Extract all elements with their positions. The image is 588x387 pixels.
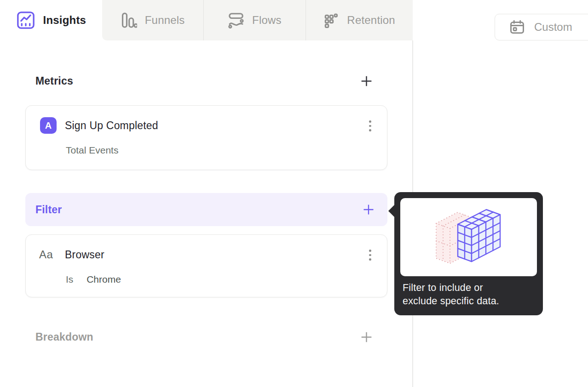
tab-label: Retention bbox=[347, 14, 395, 27]
metrics-heading: Metrics bbox=[35, 75, 73, 87]
filter-section-header[interactable]: Filter bbox=[25, 193, 387, 226]
custom-date-range-button[interactable]: Custom bbox=[495, 14, 588, 40]
metrics-section-header: Metrics bbox=[35, 72, 374, 90]
metric-card[interactable]: A Sign Up Completed Total Events bbox=[25, 105, 387, 170]
filter-help-tooltip: Filter to include or exclude specific da… bbox=[394, 192, 543, 315]
tab-funnels[interactable]: Funnels bbox=[102, 0, 203, 40]
kebab-menu-icon[interactable] bbox=[367, 248, 373, 262]
breakdown-section-header: Breakdown bbox=[35, 326, 374, 347]
line-chart-icon bbox=[16, 11, 35, 30]
metric-series-badge: A bbox=[40, 117, 57, 134]
dot-grid-icon bbox=[323, 12, 339, 28]
isometric-cube-grid-illustration bbox=[400, 198, 537, 276]
add-breakdown-plus-icon[interactable] bbox=[359, 330, 374, 344]
add-metric-plus-icon[interactable] bbox=[359, 74, 374, 88]
filter-operator[interactable]: Is bbox=[66, 274, 73, 285]
tab-retention[interactable]: Retention bbox=[306, 0, 413, 40]
metric-name: Sign Up Completed bbox=[65, 120, 158, 132]
tab-label: Funnels bbox=[145, 14, 185, 27]
tooltip-arrow bbox=[388, 205, 395, 217]
kebab-menu-icon[interactable] bbox=[367, 119, 373, 133]
analysis-tabbar: Insights Funnels Flows bbox=[0, 0, 413, 40]
filter-heading: Filter bbox=[35, 204, 62, 216]
tab-label: Flows bbox=[252, 14, 282, 27]
custom-button-label: Custom bbox=[534, 21, 572, 34]
filter-item-card[interactable]: Aa Browser Is Chrome bbox=[25, 234, 387, 297]
tooltip-caption: Filter to include or exclude specific da… bbox=[403, 281, 518, 307]
string-property-icon: Aa bbox=[39, 248, 53, 261]
filter-condition: Is Chrome bbox=[66, 274, 121, 285]
flow-wave-icon bbox=[228, 12, 244, 28]
breakdown-heading: Breakdown bbox=[35, 331, 93, 343]
filter-property-name: Browser bbox=[65, 249, 104, 261]
add-filter-plus-icon[interactable] bbox=[361, 202, 376, 217]
calendar-icon bbox=[509, 19, 525, 35]
filter-value[interactable]: Chrome bbox=[86, 274, 121, 285]
tab-insights[interactable]: Insights bbox=[0, 0, 102, 40]
tab-flows[interactable]: Flows bbox=[203, 0, 306, 40]
tab-label: Insights bbox=[43, 14, 86, 27]
metric-aggregation: Total Events bbox=[66, 145, 118, 156]
funnel-bars-icon bbox=[121, 12, 137, 28]
